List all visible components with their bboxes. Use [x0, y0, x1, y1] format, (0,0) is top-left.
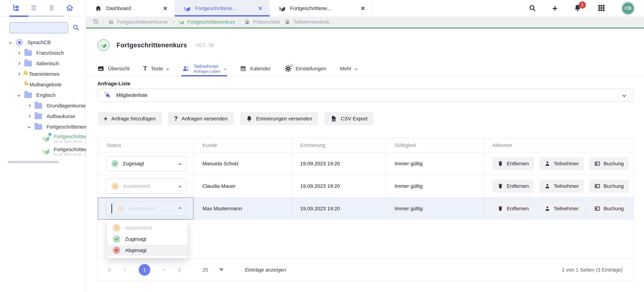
- booking-button[interactable]: Buchung: [589, 157, 629, 170]
- tree-item-aufbaukurse[interactable]: Aufbaukurse: [0, 111, 86, 122]
- customer-cell: Max Mustermann: [194, 198, 291, 220]
- apps-grid-icon[interactable]: [598, 4, 605, 12]
- chevron-down-icon[interactable]: [28, 125, 31, 128]
- column-header-gueltigkeit[interactable]: Gültigkeit: [386, 138, 484, 152]
- send-reminders-button[interactable]: Erinnerungen versenden: [240, 112, 318, 125]
- tree-item-sprachcb[interactable]: SprachCB: [0, 37, 86, 48]
- tab-label: Fortgeschrittene…: [195, 5, 253, 11]
- chevron-right-icon[interactable]: [18, 62, 20, 65]
- column-header-aktionen[interactable]: Aktionen: [484, 138, 634, 152]
- tree-item-dates: 01.04.2024 18:00 - 29.0: [54, 152, 86, 156]
- tab-kalender[interactable]: Kalender: [240, 61, 271, 76]
- close-icon[interactable]: [163, 6, 168, 11]
- trash-icon[interactable]: [48, 4, 55, 12]
- breadcrumb-item-teilnehmendenliste[interactable]: Teilnehmendenli…: [284, 19, 334, 25]
- notification-badge: 1: [579, 1, 586, 8]
- column-header-kunde[interactable]: Kunde: [194, 138, 291, 152]
- tab-teilnehmer[interactable]: Teilnehmer Anfrage-Listen: [182, 61, 226, 76]
- sidebar-search-input[interactable]: [9, 22, 68, 33]
- trash-icon: [498, 206, 503, 212]
- sidebar-horizontal-scrollbar[interactable]: [8, 161, 59, 163]
- window-tab-course[interactable]: Fortgeschrittene…: [270, 0, 372, 16]
- tree-item-italienisch[interactable]: Italienisch: [0, 58, 86, 69]
- breadcrumb-item-course[interactable]: Fortgeschrittenenkurs: [178, 19, 235, 25]
- tree-item-multiangebote[interactable]: Multiangebote: [0, 79, 86, 90]
- participant-button[interactable]: Teilnehmer: [540, 179, 584, 193]
- archive-icon[interactable]: [30, 4, 38, 12]
- last-page-button[interactable]: [177, 268, 180, 272]
- booking-button[interactable]: Buchung: [589, 179, 629, 193]
- course-tab-bar: Übersicht T Texte Teilnehmer Anfrage-Lis…: [86, 61, 644, 76]
- page-size-dropdown-icon[interactable]: [219, 268, 224, 272]
- tab-label: Fortgeschrittene…: [290, 5, 356, 11]
- remove-button[interactable]: Entfernen: [492, 179, 534, 193]
- window-tab-dashboard[interactable]: Dashboard: [86, 0, 175, 16]
- folder-icon: [24, 50, 32, 56]
- booking-button[interactable]: Buchung: [589, 202, 629, 215]
- tab-einstellungen[interactable]: Einstellungen: [284, 61, 326, 76]
- breadcrumb-item-folder[interactable]: Fortgeschrittenenkurse: [108, 19, 168, 25]
- close-icon[interactable]: [258, 6, 263, 11]
- tab-texte[interactable]: T Texte: [143, 61, 169, 76]
- search-icon[interactable]: [72, 24, 80, 32]
- tab-mehr[interactable]: Mehr: [340, 61, 357, 76]
- prev-page-button[interactable]: [124, 268, 126, 272]
- add-request-button[interactable]: + Anfrage hinzufügen: [98, 112, 162, 125]
- breadcrumb-item-praesenzliste[interactable]: Präsenzliste: [244, 19, 280, 25]
- folder-icon: [108, 19, 114, 25]
- tree-item-fortgeschrittenen[interactable]: Fortgeschrittenen: [0, 122, 86, 132]
- csv-export-button[interactable]: CSV CSV Export: [324, 112, 374, 125]
- global-search-icon[interactable]: [529, 4, 536, 12]
- avatar[interactable]: CB: [621, 2, 635, 15]
- column-header-status[interactable]: Status: [98, 138, 194, 152]
- remove-button[interactable]: Entfernen: [492, 157, 534, 170]
- chevron-right-icon[interactable]: [18, 52, 20, 54]
- participant-button[interactable]: Teilnehmer: [540, 202, 584, 215]
- folder-icon: [34, 124, 42, 130]
- home-icon[interactable]: [66, 4, 74, 12]
- tab-uebersicht[interactable]: Übersicht: [98, 61, 130, 76]
- sidebar-tree: SprachCB Französisch Italienisch Teamint…: [0, 37, 86, 158]
- tree-item-label: Aufbaukurse: [46, 113, 75, 119]
- status-select[interactable]: Zugesagt: [106, 156, 186, 171]
- workspace-icon: [16, 39, 23, 46]
- tree-item-course-2[interactable]: Fortgeschritten 01.04.2024 18:00 - 29.0: [0, 145, 86, 158]
- chevron-right-icon[interactable]: [28, 115, 31, 118]
- first-page-button[interactable]: [109, 268, 112, 272]
- clock-circle-icon: [117, 205, 124, 212]
- status-select[interactable]: Ausstehend: [106, 179, 186, 194]
- option-ausstehend[interactable]: Ausstehend: [107, 222, 188, 234]
- tree-item-englisch[interactable]: Englisch: [0, 90, 86, 100]
- column-header-erinnerung[interactable]: Erinnerung: [291, 138, 386, 152]
- option-abgesagt[interactable]: Abgesagt: [107, 245, 188, 256]
- chevron-right-icon[interactable]: [28, 104, 31, 107]
- chevron-down-icon[interactable]: [18, 94, 20, 97]
- current-page-button[interactable]: 1: [139, 264, 150, 276]
- tree-item-label: Französisch: [36, 50, 64, 56]
- chevron-right-icon[interactable]: [18, 73, 20, 76]
- status-select-open[interactable]: Ausstehend: [106, 201, 186, 216]
- window-tab-course-active[interactable]: Fortgeschrittene…: [175, 0, 270, 16]
- history-icon[interactable]: [92, 18, 99, 26]
- tree-item-grundlagenkurse[interactable]: Grundlagenkurse: [0, 100, 86, 111]
- participant-button[interactable]: Teilnehmer: [540, 157, 584, 170]
- tree-view-icon[interactable]: [12, 4, 20, 12]
- anfrage-liste-select[interactable]: Mitgliederliste: [98, 88, 634, 102]
- add-icon[interactable]: +: [552, 4, 558, 13]
- tree-item-franzoesisch[interactable]: Französisch: [0, 48, 86, 58]
- chevron-down-icon[interactable]: [9, 41, 12, 44]
- notifications-button[interactable]: 1: [574, 4, 582, 12]
- remove-button[interactable]: Entfernen: [492, 202, 534, 215]
- tree-item-course-1[interactable]: Fortgeschritten 01.02.2024 18:00 - 29.0: [0, 132, 86, 145]
- send-requests-button[interactable]: ? Anfragen versenden: [168, 112, 234, 125]
- close-icon[interactable]: [360, 6, 366, 11]
- page-size-value[interactable]: 25: [202, 267, 208, 273]
- sidebar-search: [9, 22, 80, 33]
- cube-icon: [184, 5, 191, 12]
- option-zugesagt[interactable]: Zugesagt: [107, 234, 188, 245]
- sidebar-tab-track: [28, 15, 64, 17]
- tree-item-teaminternes[interactable]: Teaminternes: [0, 69, 86, 79]
- cube-icon: [178, 19, 184, 25]
- check-circle-icon: [113, 235, 120, 243]
- next-page-button[interactable]: [162, 268, 164, 272]
